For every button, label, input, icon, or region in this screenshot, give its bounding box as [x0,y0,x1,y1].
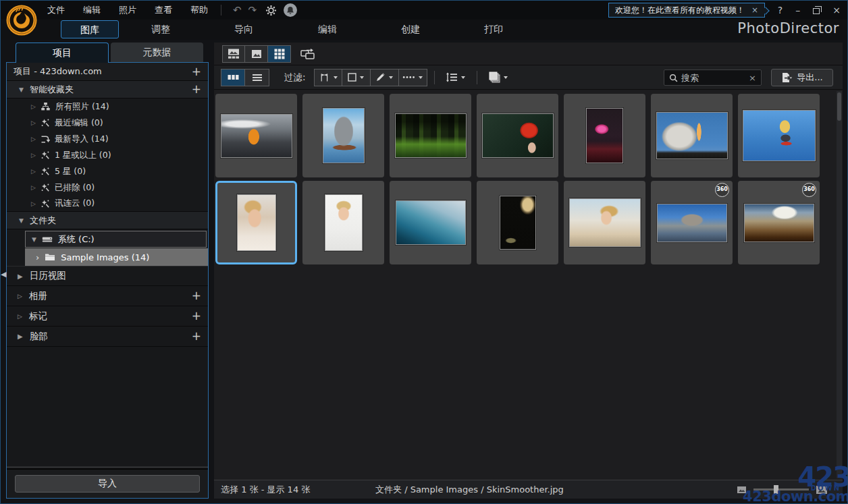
photo-cell-woman-smiling-selected[interactable] [215,181,297,264]
tree-caret-icon[interactable]: ▷ [31,103,36,110]
photo-cell-panorama-canyon[interactable]: 360 [738,181,820,264]
tab-guided[interactable]: 导向 [219,20,269,38]
add-album-button[interactable]: + [192,290,201,302]
tab-print[interactable]: 打印 [469,20,519,38]
photo-cell-woman-laughing[interactable] [302,181,384,264]
tree-caret-icon[interactable]: ▷ [31,152,36,159]
smart-item-one-star-up[interactable]: ▷ 1 星或以上 (0) [7,147,208,163]
tab-edit[interactable]: 编辑 [302,20,352,38]
photo-cell-panorama-mountain[interactable]: 360 [651,181,733,264]
welcome-callout[interactable]: 欢迎您！在此查看所有的教程视频！ × [608,3,765,18]
large-thumbnail-icon[interactable] [816,485,828,495]
minimize-button[interactable]: – [795,5,800,15]
grid-scrollbar[interactable] [837,91,842,478]
more-filter-button[interactable] [399,69,427,86]
scrollbar-thumb[interactable] [837,92,841,121]
tree-caret-icon[interactable]: ▷ [31,168,36,175]
close-button[interactable]: × [832,5,841,15]
smart-collection-header[interactable]: ▼ 智能收藏夹 + [7,81,208,99]
tree-caret-icon[interactable]: ▷ [18,293,22,300]
label-filter-button[interactable] [342,69,371,86]
smart-item-recently-edited[interactable]: ▷ 最近编辑 (0) [7,115,208,131]
add-smart-collection-button[interactable]: + [192,84,201,95]
notification-bell-icon[interactable] [284,3,297,17]
collapse-open-icon[interactable]: ▼ [19,217,24,224]
export-button[interactable]: 导出... [771,69,833,86]
photo-cell-karst-rock-boat[interactable] [302,94,384,177]
photo-rocket-launch [656,112,728,159]
browser-view-button[interactable] [222,45,245,63]
smart-item-cyberlink-cloud[interactable]: ▷ 讯连云 (0) [7,196,208,212]
photo-cell-neon-storefront[interactable] [564,94,645,177]
tags-section[interactable]: ▷ 标记 + [7,306,208,327]
photo-cell-ocean-wave[interactable] [390,181,471,264]
slider-handle[interactable] [774,485,778,494]
tree-caret-icon[interactable]: ▷ [18,313,22,320]
small-thumbnail-icon[interactable] [737,486,747,494]
search-clear-icon[interactable]: × [749,73,756,83]
photo-cell-red-maple-leaf[interactable] [477,94,558,177]
tab-adjust[interactable]: 调整 [136,20,186,38]
albums-section[interactable]: ▷ 相册 + [7,286,208,306]
photo-cell-basketball-dunk[interactable] [215,94,297,177]
faces-section[interactable]: ▶ 脸部 + [7,327,208,347]
sidebar-tab-metadata[interactable]: 元数据 [111,43,203,63]
collapse-closed-icon[interactable]: ▶ [18,273,23,280]
photo-cell-rocket-launch[interactable] [651,94,733,177]
menu-photo[interactable]: 照片 [115,3,140,18]
smart-item-five-star[interactable]: ▷ 5 星 (0) [7,163,208,179]
smart-item-latest-imports[interactable]: ▷ 最新导入 (14) [7,131,208,147]
sort-button[interactable] [442,69,470,86]
undo-icon[interactable]: ↶ [230,4,245,16]
flag-filter-button[interactable] [314,69,342,86]
folder-item-sample-images[interactable]: › Sample Images (14) [25,248,208,266]
redo-icon[interactable]: ↷ [245,4,261,16]
viewer-view-button[interactable] [245,45,268,63]
chevron-right-icon[interactable]: › [36,252,39,262]
list-view-button[interactable] [245,69,269,86]
collapse-open-icon[interactable]: ▼ [32,236,36,243]
welcome-close-icon[interactable]: × [751,5,758,15]
import-button[interactable]: 导入 [15,475,200,493]
tab-create[interactable]: 创建 [386,20,435,38]
sidebar-tab-project[interactable]: 项目 [16,43,109,63]
tree-caret-icon[interactable]: ▷ [31,119,36,126]
dropdown-caret-icon [504,76,508,79]
photo-cell-dark-window-light[interactable] [477,181,558,264]
photo-cell-woman-leaning[interactable] [564,181,645,264]
collapse-open-icon[interactable]: ▼ [19,86,24,93]
restore-button[interactable] [813,8,820,14]
grid-view-button[interactable] [268,45,291,63]
drive-item-system-c[interactable]: ▼ 系统 (C:) [25,231,207,248]
add-tag-button[interactable]: + [192,310,201,322]
sidebar-collapse-icon[interactable]: ◀ [1,264,9,284]
smart-item-all-photos[interactable]: ▷ 所有照片 (14) [7,99,208,115]
settings-gear-icon[interactable] [265,5,277,16]
photo-neon-storefront [586,108,623,163]
menu-help[interactable]: 帮助 [187,3,211,18]
thumb-list-group [221,69,269,86]
collapse-closed-icon[interactable]: ▶ [18,333,23,340]
calendar-view-section[interactable]: ▶ 日历视图 [7,266,208,286]
folders-header[interactable]: ▼ 文件夹 [7,212,208,229]
wand-icon [41,167,50,176]
photo-cell-skateboarder-jump[interactable] [738,94,820,177]
tab-library[interactable]: 图库 [61,20,119,38]
tree-caret-icon[interactable]: ▷ [31,136,36,142]
tree-caret-icon[interactable]: ▷ [31,184,36,191]
secondary-display-icon[interactable] [300,48,315,60]
smart-item-rejected[interactable]: ▷ 已排除 (0) [7,179,208,196]
add-face-button[interactable]: + [192,331,201,342]
menu-file[interactable]: 文件 [44,3,68,18]
tree-caret-icon[interactable]: ▷ [31,200,36,207]
stack-button[interactable] [484,69,512,86]
help-button[interactable]: ? [778,5,783,15]
thumbnail-view-button[interactable] [221,69,245,86]
search-input[interactable] [681,73,745,83]
edited-filter-button[interactable] [371,69,399,86]
menu-view[interactable]: 查看 [151,3,176,18]
thumbnail-size-slider[interactable] [753,488,809,491]
photo-cell-sunlit-forest[interactable] [390,94,471,177]
add-project-button[interactable]: + [192,66,201,78]
menu-edit[interactable]: 编辑 [80,3,104,18]
